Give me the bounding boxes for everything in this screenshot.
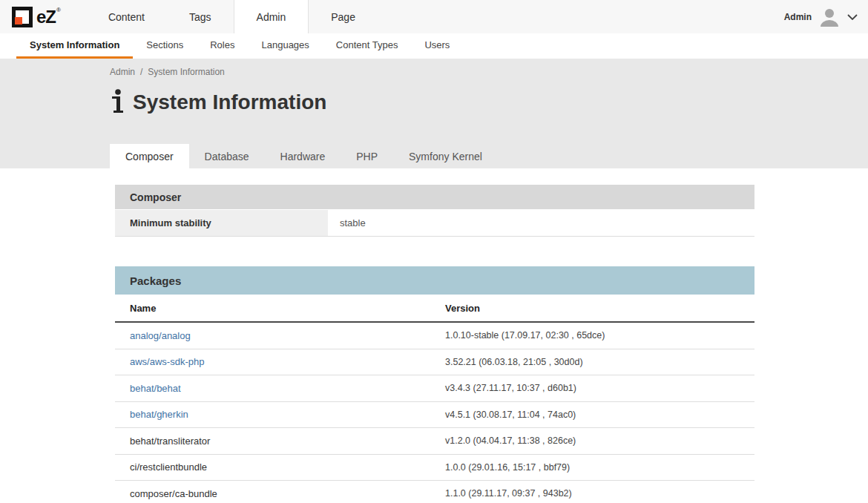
sub-nav-item-label: Roles [210, 39, 234, 50]
package-row: behat/transliterator v1.2.0 (04.04.17, 1… [115, 428, 754, 455]
sub-nav-item[interactable]: Users [411, 33, 463, 59]
packages-table: Packages Name Version analog/analog 1.0.… [115, 266, 754, 503]
package-row: composer/ca-bundle 1.1.0 (29.11.17, 09:3… [115, 481, 754, 503]
packages-table-title: Packages [115, 266, 754, 295]
tab[interactable]: Hardware [265, 144, 341, 168]
tab[interactable]: Database [189, 144, 265, 168]
tab-label: Hardware [280, 151, 326, 162]
sub-nav-item-label: System Information [30, 39, 119, 50]
breadcrumb: Admin / System Information [0, 59, 868, 77]
package-name: behat/transliterator [130, 435, 210, 447]
sub-nav-item-label: Languages [261, 39, 309, 50]
breadcrumb-current: System Information [148, 67, 224, 77]
admin-sub-nav: System Information Sections Roles Langua… [0, 33, 868, 59]
sub-nav-item[interactable]: Roles [197, 33, 248, 59]
tab[interactable]: Symfony Kernel [393, 144, 498, 168]
package-row: ci/restclientbundle 1.0.0 (29.01.16, 15:… [115, 455, 754, 481]
top-nav-item[interactable]: Content [86, 0, 167, 33]
sub-nav-item-label: Sections [146, 39, 183, 50]
tab-label: Database [205, 151, 249, 162]
composer-row: Minimum stability stable [115, 210, 754, 237]
top-nav-item[interactable]: Admin [234, 0, 309, 33]
system-info-tabs: Composer Database Hardware PHP Symfony K… [110, 144, 498, 168]
package-row: analog/analog 1.0.10-stable (17.09.17, 0… [115, 323, 754, 349]
main-content: Composer Minimum stability stable Packag… [0, 168, 868, 503]
package-name[interactable]: behat/gherkin [130, 409, 188, 420]
top-nav: Content Tags Admin Page [86, 0, 378, 33]
chevron-down-icon [847, 14, 858, 20]
column-header-version: Version [445, 303, 754, 314]
package-name[interactable]: aws/aws-sdk-php [130, 356, 204, 367]
tab[interactable]: PHP [341, 144, 393, 168]
top-nav-item-label: Page [331, 11, 355, 23]
package-version: 3.52.21 (06.03.18, 21:05 , 30d0d) [445, 357, 754, 367]
column-header-name: Name [115, 303, 445, 314]
ez-logo[interactable]: eZ ® [0, 0, 73, 33]
package-row: aws/aws-sdk-php 3.52.21 (06.03.18, 21:05… [115, 349, 754, 376]
page-title: System Information [133, 91, 326, 114]
tab-label: Composer [125, 151, 174, 162]
registered-mark: ® [56, 7, 61, 13]
tab[interactable]: Composer [110, 144, 189, 168]
composer-table-title: Composer [115, 185, 754, 209]
package-name[interactable]: analog/analog [130, 330, 191, 341]
breadcrumb-admin[interactable]: Admin [110, 67, 135, 77]
packages-rows: analog/analog 1.0.10-stable (17.09.17, 0… [115, 323, 754, 503]
system-information-icon [110, 89, 125, 114]
breadcrumb-separator: / [140, 67, 142, 77]
sub-nav-item[interactable]: Languages [248, 33, 322, 59]
package-version: v1.2.0 (04.04.17, 11:38 , 826ce) [445, 435, 754, 446]
package-version: v3.4.3 (27.11.17, 10:37 , d60b1) [445, 383, 754, 393]
package-name[interactable]: behat/behat [130, 383, 181, 394]
package-name: composer/ca-bundle [130, 488, 217, 499]
top-nav-item-label: Tags [189, 11, 211, 23]
package-version: v4.5.1 (30.08.17, 11:04 , 74ac0) [445, 410, 754, 420]
app-window: eZ ® Content Tags Admin Page [0, 0, 868, 503]
page-header-band: Admin / System Information System Inform… [0, 59, 868, 168]
sub-nav-item[interactable]: Content Types [323, 33, 412, 59]
topbar: eZ ® Content Tags Admin Page [0, 0, 868, 33]
top-nav-item-label: Admin [257, 11, 286, 23]
sub-nav-item[interactable]: System Information [16, 33, 133, 59]
tab-label: Symfony Kernel [409, 151, 482, 162]
ez-logo-text: eZ [36, 8, 56, 26]
package-version: 1.1.0 (29.11.17, 09:37 , 943b2) [445, 488, 754, 499]
top-nav-item[interactable]: Page [309, 0, 378, 33]
package-row: behat/gherkin v4.5.1 (30.08.17, 11:04 , … [115, 402, 754, 429]
package-name: ci/restclientbundle [130, 461, 207, 473]
page-title-row: System Information [110, 89, 868, 114]
top-nav-item[interactable]: Tags [167, 0, 234, 33]
sub-nav-item[interactable]: Sections [133, 33, 197, 59]
package-row: behat/behat v3.4.3 (27.11.17, 10:37 , d6… [115, 375, 754, 402]
ez-logo-orange-square [15, 17, 22, 24]
avatar [818, 6, 841, 28]
user-name: Admin [784, 12, 812, 22]
user-menu[interactable]: Admin [784, 0, 868, 33]
ez-logo-icon [12, 7, 33, 27]
composer-row-value: stable [328, 210, 754, 236]
package-version: 1.0.0 (29.01.16, 15:17 , bbf79) [445, 462, 754, 473]
sub-nav-item-label: Users [424, 39, 450, 50]
tab-label: PHP [356, 151, 378, 162]
package-version: 1.0.10-stable (17.09.17, 02:30 , 65dce) [445, 330, 754, 341]
packages-column-headers: Name Version [115, 295, 754, 323]
composer-table: Composer Minimum stability stable [115, 185, 754, 237]
sub-nav-item-label: Content Types [336, 39, 398, 50]
top-nav-item-label: Content [108, 11, 145, 23]
composer-row-label: Minimum stability [115, 210, 328, 236]
